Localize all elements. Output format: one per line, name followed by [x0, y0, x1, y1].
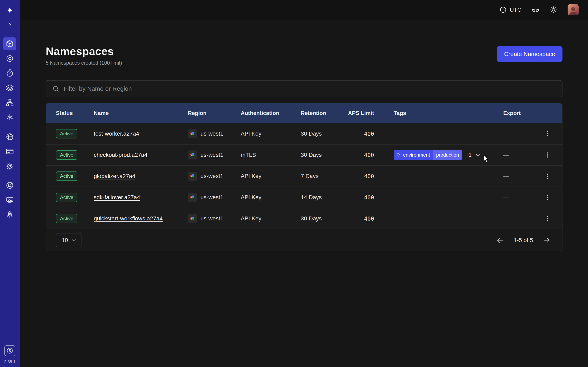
sidebar: 2.35.1	[0, 0, 20, 367]
sidebar-bottom: 2.35.1	[4, 345, 16, 367]
kebab-menu-button[interactable]	[542, 213, 553, 224]
status-badge: Active	[56, 171, 77, 181]
aps-limit-value: 400	[343, 216, 384, 222]
status-badge: Active	[56, 150, 77, 160]
avatar[interactable]	[568, 4, 579, 15]
kebab-menu-button[interactable]	[542, 192, 553, 203]
column-header-name: Name	[84, 110, 178, 117]
sidebar-item-settings[interactable]	[3, 160, 16, 173]
aps-limit-value: 400	[343, 131, 384, 137]
page-size-value: 10	[62, 237, 68, 243]
table-row: Active quickstart-workflows.a27a4 us-wes…	[46, 208, 562, 229]
table-row: Active globalizer.a27a4 us-west1 API Key…	[46, 165, 562, 187]
main-content: Namespaces 5 Namespaces created (100 lim…	[46, 20, 562, 251]
search-input[interactable]	[64, 85, 556, 92]
auth-label: API Key	[231, 215, 291, 222]
tags-cell: environment production +1	[384, 150, 493, 160]
sidebar-item-schedules[interactable]	[3, 67, 16, 80]
region-label: us-west1	[200, 215, 223, 222]
export-value: —	[493, 152, 533, 158]
gcp-icon	[188, 150, 197, 159]
aps-limit-value: 400	[343, 173, 384, 179]
kebab-menu-button[interactable]	[542, 128, 553, 140]
create-namespace-button[interactable]: Create Namespace	[497, 46, 562, 62]
globe-icon	[6, 133, 14, 141]
sidebar-expand-button[interactable]	[3, 18, 16, 31]
page-size-select[interactable]: 10	[56, 233, 81, 247]
sidebar-nav-primary	[3, 37, 16, 124]
temporal-logo[interactable]	[3, 4, 16, 17]
gcp-icon	[188, 172, 197, 181]
sidebar-item-usage[interactable]	[4, 345, 15, 356]
next-page-button[interactable]	[543, 236, 551, 244]
table-row: Active sdk-failover.a27a4 us-west1 API K…	[46, 187, 562, 208]
table-header-row: Status Name Region Authentication Retent…	[46, 103, 562, 123]
sidebar-item-nexus[interactable]	[3, 52, 16, 65]
tag-value: production	[433, 150, 462, 160]
sidebar-item-workflows[interactable]	[3, 96, 16, 109]
export-value: —	[493, 194, 533, 201]
sidebar-item-deployments[interactable]	[3, 81, 16, 94]
auth-label: mTLS	[231, 152, 291, 158]
tag-key: environment	[403, 152, 430, 158]
region-label: us-west1	[200, 152, 223, 158]
monitor-icon	[6, 196, 14, 204]
person-silhouette-icon	[568, 5, 579, 15]
clock-icon	[499, 6, 507, 13]
sidebar-item-regions[interactable]	[3, 130, 16, 143]
glasses-icon[interactable]	[532, 6, 539, 14]
timer-icon	[6, 69, 14, 77]
status-badge: Active	[56, 214, 77, 223]
search-icon	[52, 85, 59, 92]
tag-icon	[397, 153, 401, 157]
namespace-link[interactable]: test-worker.a27a4	[94, 131, 139, 137]
column-header-status: Status	[46, 110, 84, 117]
namespace-link[interactable]: globalizer.a27a4	[94, 173, 135, 179]
aps-limit-value: 400	[343, 194, 384, 201]
column-header-aps-limit: APS Limit	[343, 110, 384, 117]
page-subtitle: 5 Namespaces created (100 limit)	[46, 60, 122, 66]
column-header-region: Region	[178, 110, 231, 117]
gcp-icon	[188, 193, 197, 202]
tag-chip: environment production	[394, 150, 462, 160]
page-heading-block: Namespaces 5 Namespaces created (100 lim…	[46, 45, 122, 66]
sidebar-item-monitor[interactable]	[3, 193, 16, 207]
namespaces-table: Status Name Region Authentication Retent…	[46, 103, 562, 251]
region-label: us-west1	[200, 194, 223, 201]
lifebuoy-icon	[6, 181, 14, 189]
sidebar-nav-help	[3, 179, 16, 221]
namespace-link[interactable]: sdk-failover.a27a4	[94, 194, 140, 201]
concentric-circles-icon	[6, 54, 14, 63]
tag-more-count: +1	[466, 152, 472, 158]
retention-label: 30 Days	[291, 131, 343, 137]
column-header-authentication: Authentication	[231, 110, 291, 117]
timezone-selector[interactable]: UTC	[499, 6, 521, 13]
chevron-down-icon[interactable]	[475, 152, 481, 158]
theme-toggle-sun-icon[interactable]	[550, 6, 557, 14]
chevron-down-icon	[71, 237, 77, 243]
layers-icon	[6, 84, 14, 92]
sidebar-item-batch-operations[interactable]	[3, 111, 16, 124]
namespace-link[interactable]: checkout-prod.a27a4	[94, 152, 147, 158]
table-footer: 10 1-5 of 5	[46, 229, 562, 251]
dollar-icon	[6, 347, 13, 354]
kebab-menu-button[interactable]	[542, 149, 553, 161]
kebab-menu-button[interactable]	[542, 170, 553, 182]
workflow-icon	[6, 99, 14, 107]
auth-label: API Key	[231, 173, 291, 179]
sidebar-item-getting-started[interactable]	[3, 208, 16, 221]
namespace-link[interactable]: quickstart-workflows.a27a4	[94, 215, 163, 222]
gcp-icon	[188, 129, 197, 138]
table-row: Active test-worker.a27a4 us-west1 API Ke…	[46, 123, 562, 144]
prev-page-button[interactable]	[496, 236, 504, 244]
rocket-icon	[6, 211, 14, 219]
column-header-export: Export	[493, 110, 533, 117]
sidebar-item-billing[interactable]	[3, 145, 16, 158]
export-value: —	[493, 215, 533, 222]
sidebar-item-support[interactable]	[3, 179, 16, 192]
sidebar-item-namespaces[interactable]	[3, 37, 16, 50]
auth-label: API Key	[231, 131, 291, 137]
status-badge: Active	[56, 129, 77, 138]
timezone-label: UTC	[510, 7, 521, 13]
export-value: —	[493, 173, 533, 179]
